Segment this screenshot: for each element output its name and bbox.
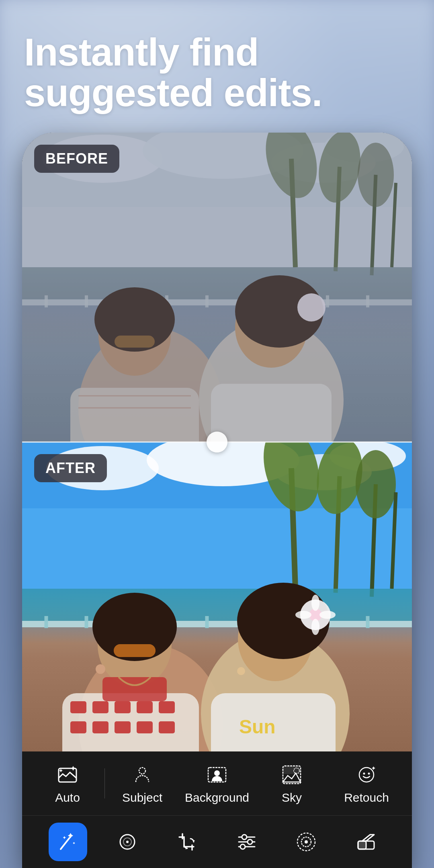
crop-button[interactable] (168, 823, 207, 861)
svg-point-48 (356, 450, 396, 518)
magic-wand-button[interactable] (49, 823, 87, 861)
svg-text:Sun: Sun (239, 716, 276, 737)
before-muted-overlay (22, 133, 412, 442)
sky-icon (280, 763, 304, 787)
circle-tool-button[interactable] (108, 823, 147, 861)
subject-icon (130, 763, 154, 787)
background-icon (205, 763, 229, 787)
svg-point-94 (214, 770, 220, 776)
after-photo-svg: Sun (22, 442, 412, 751)
main-tool-circle[interactable] (98, 823, 157, 861)
svg-point-85 (311, 619, 319, 635)
photo-before: BEFORE (22, 133, 412, 442)
svg-rect-72 (159, 701, 175, 713)
svg-rect-50 (22, 589, 412, 621)
svg-rect-114 (358, 841, 366, 849)
phone-inner: BEFORE (22, 133, 412, 868)
retouch-icon (354, 763, 379, 787)
tool-item-subject[interactable]: Subject (105, 759, 180, 809)
svg-point-99 (363, 772, 365, 774)
svg-rect-68 (70, 701, 86, 713)
tool-item-retouch[interactable]: Retouch (329, 759, 404, 809)
photo-area: BEFORE (22, 133, 412, 751)
svg-rect-69 (92, 701, 108, 713)
selective-button[interactable] (287, 823, 326, 861)
svg-rect-77 (159, 721, 175, 733)
svg-rect-78 (102, 677, 167, 701)
erase-button[interactable] (347, 823, 385, 861)
main-tool-erase[interactable] (336, 823, 396, 861)
main-toolbar (22, 816, 412, 868)
svg-rect-65 (114, 644, 156, 657)
adjust-button[interactable] (227, 823, 266, 861)
tool-item-background[interactable]: Background (180, 759, 254, 809)
sky-label: Sky (282, 791, 302, 805)
divider-handle[interactable] (207, 432, 227, 452)
svg-rect-70 (115, 701, 131, 713)
svg-point-112 (305, 840, 308, 843)
background-label: Background (185, 791, 249, 805)
subject-label: Subject (122, 791, 162, 805)
tool-item-sky[interactable]: Sky (254, 759, 329, 809)
svg-point-109 (240, 844, 245, 849)
svg-point-87 (319, 611, 336, 619)
svg-point-66 (96, 664, 105, 674)
svg-point-92 (139, 768, 145, 774)
svg-point-108 (248, 839, 252, 844)
svg-point-84 (311, 595, 319, 611)
headline-text: Instantly find suggested edits. (24, 32, 410, 113)
svg-point-103 (126, 841, 129, 843)
after-label: AFTER (34, 454, 107, 482)
auto-icon (55, 763, 80, 787)
main-tool-selective[interactable] (276, 823, 336, 861)
tool-categories-bar: Auto Subject (22, 751, 412, 816)
photo-after: Sun AFTER (22, 442, 412, 751)
phone-frame: BEFORE (22, 133, 412, 868)
svg-point-86 (295, 611, 311, 619)
main-tool-magic[interactable] (38, 823, 98, 861)
svg-point-98 (359, 768, 374, 782)
retouch-label: Retouch (344, 791, 389, 805)
svg-rect-73 (70, 721, 86, 733)
before-label: BEFORE (34, 145, 119, 173)
svg-point-100 (368, 772, 370, 774)
svg-point-107 (242, 835, 247, 839)
main-tool-crop[interactable] (158, 823, 217, 861)
tool-item-auto[interactable]: Auto (30, 759, 105, 809)
auto-label: Auto (55, 791, 80, 805)
svg-rect-71 (137, 701, 153, 713)
svg-rect-74 (92, 721, 108, 733)
svg-rect-76 (137, 721, 153, 733)
toolbar: Auto Subject (22, 751, 412, 868)
svg-point-88 (237, 667, 245, 675)
photo-before-content (22, 133, 412, 442)
headline-container: Instantly find suggested edits. (24, 32, 410, 113)
photo-after-content: Sun (22, 442, 412, 751)
svg-rect-51 (22, 621, 412, 627)
svg-rect-75 (115, 721, 131, 733)
main-tool-adjust[interactable] (217, 823, 276, 861)
